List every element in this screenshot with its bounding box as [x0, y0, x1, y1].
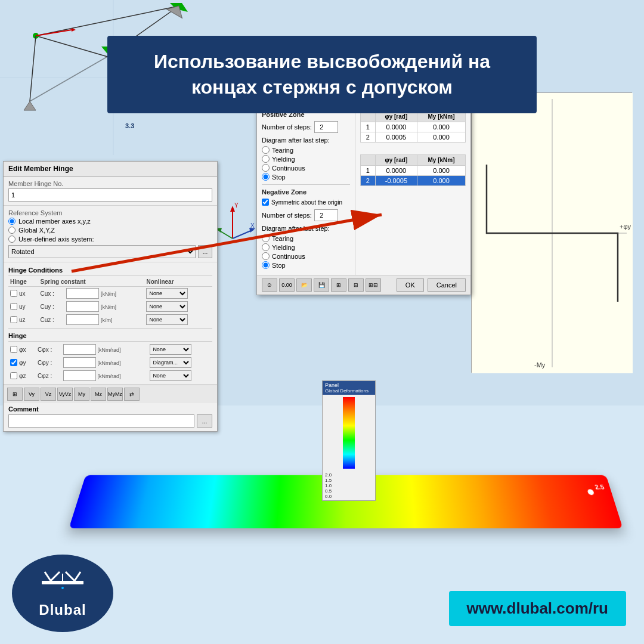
dl-btn-2[interactable]: 0.00	[279, 278, 295, 292]
nonlinear-phiy-select[interactable]: Diagram... None	[150, 357, 191, 368]
spring-phix-input[interactable]	[63, 344, 96, 355]
hinge-uy-cell: uy	[8, 300, 38, 313]
hinge-phix-cell: φx	[8, 343, 36, 356]
neg-row1-my: 0.000	[417, 166, 466, 176]
symmetric-label: Symmetric about the origin	[271, 199, 342, 206]
nonlinear-ux-select[interactable]: None	[146, 288, 188, 299]
member-hinge-no-label: Member Hinge No.	[8, 180, 212, 187]
spring-ux-input[interactable]	[66, 288, 99, 299]
nonlinear-phix-select[interactable]: None	[150, 344, 191, 355]
radio-stop-input[interactable]	[262, 173, 270, 181]
radio2-stop[interactable]: Stop	[262, 261, 350, 269]
dl-btn-5[interactable]: ⊞	[331, 278, 346, 292]
dropdown-rotated-select[interactable]: Rotated	[8, 245, 196, 258]
tb-btn-8[interactable]: ⇄	[124, 388, 140, 401]
svg-line-35	[51, 572, 60, 581]
ux-checkbox[interactable]	[10, 290, 17, 297]
website-banner[interactable]: www.dlubal.com/ru	[449, 591, 626, 626]
radio-global[interactable]: Global X,Y,Z	[8, 227, 212, 234]
hinge-conditions-title: Hinge Conditions	[8, 265, 212, 276]
phiy-checkbox[interactable]	[10, 359, 17, 366]
table-row: uy Cuy : [kN/m] None	[8, 300, 212, 313]
radio2-yielding[interactable]: Yielding	[262, 243, 350, 251]
chart-svg: +φy -My -My	[472, 93, 633, 373]
radio2-stop-input[interactable]	[262, 261, 270, 269]
dl-btn-4[interactable]: 💾	[314, 278, 329, 292]
spring-uy-input[interactable]	[66, 301, 99, 312]
hinge-panel: Edit Member Hinge Member Hinge No. Refer…	[3, 161, 218, 432]
spring-phiz-input[interactable]	[63, 370, 96, 381]
radio-global-input[interactable]	[8, 227, 16, 234]
spring-ux-input-cell: [kN/m]	[64, 287, 144, 301]
svg-text:Y: Y	[234, 202, 239, 209]
neg-row2-phi: -0.0005	[375, 176, 417, 186]
radio-yielding[interactable]: Yielding	[262, 155, 350, 163]
svg-line-34	[75, 572, 80, 581]
steps-input-positive[interactable]	[314, 121, 338, 133]
table-row: 2 0.0005 0.000	[361, 132, 466, 143]
spring-phiy-input[interactable]	[63, 357, 96, 368]
table-row: uz Cuz : [k/m] None	[8, 313, 212, 326]
spring-phiz-input-cell: [kNm/rad]	[61, 369, 148, 382]
beam-label: 2.5	[594, 484, 605, 490]
dl-btn-7[interactable]: ⊞⊟	[366, 278, 381, 292]
radio-local-input[interactable]	[8, 218, 16, 225]
tb-btn-2[interactable]: Vy	[24, 388, 39, 401]
pos-row2-my: 0.000	[417, 132, 466, 143]
uz-checkbox[interactable]	[10, 316, 17, 323]
spring-phiz-label: Cφz :	[36, 369, 61, 382]
comment-input[interactable]	[8, 414, 194, 428]
radio-local[interactable]: Local member axes x,y,z	[8, 218, 212, 225]
spring-uz-input[interactable]	[66, 314, 99, 325]
table-row: φz Cφz : [kNm/rad] None	[8, 369, 212, 382]
page-title: Использование высвобождений на концах ст…	[125, 49, 519, 100]
dl-btn-3[interactable]: 📂	[296, 278, 312, 292]
radio-continuous-input[interactable]	[262, 164, 270, 172]
radio-stop[interactable]: Stop	[262, 173, 350, 181]
comment-btn[interactable]: ...	[197, 414, 212, 428]
col-nonlinear-header: Nonlinear	[144, 277, 212, 287]
radio-user[interactable]: User-defined axis system:	[8, 236, 212, 243]
tb-btn-6[interactable]: Mz	[91, 388, 106, 401]
radio-continuous[interactable]: Continuous	[262, 164, 350, 172]
dl-btn-1[interactable]: ⊙	[262, 278, 277, 292]
phix-checkbox[interactable]	[10, 346, 17, 353]
tb-btn-1[interactable]: ⊞	[7, 388, 23, 401]
radio2-tearing[interactable]: Tearing	[262, 234, 350, 242]
pos-row2-phi: 0.0005	[375, 132, 417, 143]
tb-btn-4[interactable]: VyVz	[57, 388, 73, 401]
radio-yielding-input[interactable]	[262, 155, 270, 163]
spring-ux-label: Cux :	[38, 287, 64, 301]
dl-btn-6[interactable]: ⊟	[348, 278, 364, 292]
member-hinge-no-input[interactable]	[8, 188, 212, 202]
nonlinear-uy-select[interactable]: None	[146, 301, 188, 312]
radio-tearing[interactable]: Tearing	[262, 146, 350, 154]
phiz-checkbox[interactable]	[10, 372, 17, 379]
radio2-yielding-input[interactable]	[262, 243, 270, 251]
table-row: φy Cφy : [kNm/rad] Diagram... None	[8, 356, 212, 369]
ok-button[interactable]: OK	[397, 278, 424, 292]
cad-model-label: 3.3	[125, 122, 134, 129]
table-row-highlighted: 2 -0.0005 0.000	[361, 176, 466, 186]
radio2-continuous[interactable]: Continuous	[262, 252, 350, 260]
dropdown-rotated-btn[interactable]: ...	[198, 245, 212, 258]
nonlinear-uz-select[interactable]: None	[146, 314, 188, 325]
cancel-button[interactable]: Cancel	[428, 278, 466, 292]
tb-btn-5[interactable]: My	[74, 388, 89, 401]
tb-btn-3[interactable]: Vz	[41, 388, 56, 401]
tb-btn-7[interactable]: MyMz	[107, 388, 123, 401]
radio2-continuous-input[interactable]	[262, 252, 270, 260]
logo-text: Dlubal	[39, 602, 86, 618]
dialog-body: Positive Zone Number of steps: Diagram a…	[257, 106, 470, 275]
neg-row1-num: 1	[361, 166, 376, 176]
nonlinear-phiz-select[interactable]: None	[150, 370, 191, 381]
radio2-tearing-input[interactable]	[262, 234, 270, 242]
steps-input-negative[interactable]	[314, 209, 338, 221]
spring-phiy-input-cell: [kNm/rad]	[61, 356, 148, 369]
hinge-conditions-table: Hinge Spring constant Nonlinear ux Cux :…	[8, 277, 212, 326]
radio-tearing-input[interactable]	[262, 146, 270, 154]
symmetric-checkbox[interactable]	[262, 199, 269, 206]
uy-checkbox[interactable]	[10, 303, 17, 310]
col-spring-header: Spring constant	[38, 277, 144, 287]
radio-user-input[interactable]	[8, 236, 16, 243]
